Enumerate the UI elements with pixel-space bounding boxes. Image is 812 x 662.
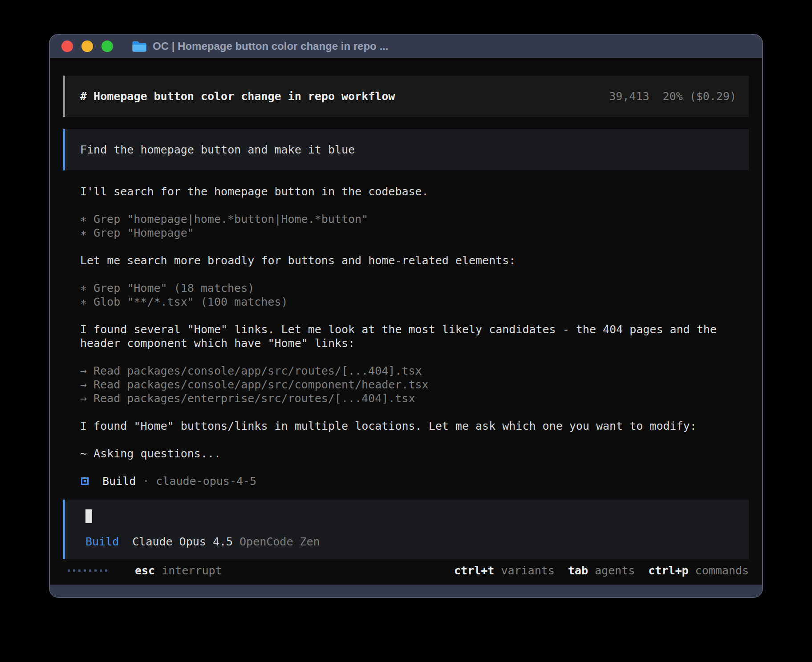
asterisk-icon: ∗ (80, 295, 93, 309)
tool-call-label: Glob "**/*.tsx" (100 matches) (93, 295, 288, 309)
dot-separator: · (142, 474, 149, 488)
shortcut-key: ctrl+p (648, 564, 688, 577)
tool-call-line: ∗Grep "Homepage" (80, 226, 749, 240)
esc-action-label: interrupt (162, 564, 222, 577)
close-button[interactable] (61, 40, 73, 52)
assistant-transcript: I'll search for the homepage button in t… (63, 185, 749, 460)
tool-call-label: Grep "homepage|home.*button|Home.*button… (93, 212, 368, 226)
traffic-lights (61, 40, 113, 52)
assistant-text: Let me search more broadly for buttons a… (80, 254, 738, 267)
minimize-button[interactable] (81, 40, 93, 52)
assistant-text: I'll search for the homepage button in t… (80, 185, 738, 198)
folder-icon (132, 40, 147, 52)
session-stats: 39,41320%($0.29) (609, 89, 736, 103)
spinner-dot (68, 569, 70, 572)
agent-name: Build (102, 474, 136, 488)
tool-call-label: Read packages/enterprise/src/routes/[...… (93, 392, 415, 405)
model-id: claude-opus-4-5 (156, 474, 256, 488)
user-message: Find the homepage button and make it blu… (63, 129, 749, 170)
shortcut-key: tab (568, 564, 588, 577)
esc-key-hint: esc (135, 564, 155, 577)
shortcut-key: ctrl+t (454, 564, 494, 577)
tool-call-group: ∗Grep "homepage|home.*button|Home.*butto… (80, 212, 749, 240)
arrow-right-icon: → (80, 364, 93, 378)
assistant-text: I found "Home" buttons/links in multiple… (80, 419, 738, 433)
spinner-dot (94, 569, 97, 572)
shortcut-label: commands (695, 564, 749, 577)
footer-left: esc interrupt (68, 564, 222, 577)
spinner-dot (89, 569, 91, 572)
tool-call-label: Read packages/console/app/src/component/… (93, 378, 429, 392)
input-model-label[interactable]: Claude Opus 4.5 (132, 535, 233, 549)
tool-call-line: →Read packages/console/app/src/component… (80, 378, 749, 392)
footer-shortcut: ctrl+tvariants (454, 564, 555, 577)
text-cursor (85, 509, 92, 523)
session-header: # Homepage button color change in repo w… (63, 76, 749, 117)
terminal-window: OC | Homepage button color change in rep… (49, 34, 763, 598)
footer-shortcuts: ctrl+tvariantstabagentsctrl+pcommands (441, 564, 749, 577)
tool-call-group: ∗Grep "Home" (18 matches)∗Glob "**/*.tsx… (80, 281, 749, 309)
status-footer: esc interrupt ctrl+tvariantstabagentsctr… (63, 564, 749, 577)
tool-call-line: →Read packages/enterprise/src/routes/[..… (80, 392, 749, 405)
zoom-button[interactable] (102, 40, 113, 52)
window-bottom-strip (50, 585, 762, 597)
input-meta: Build Claude Opus 4.5 OpenCode Zen (85, 535, 736, 549)
spinner-dot (78, 569, 81, 572)
tool-call-line: →Read packages/console/app/src/routes/[.… (80, 364, 749, 378)
context-percent: 20% (662, 90, 682, 103)
user-message-text: Find the homepage button and make it blu… (80, 143, 355, 156)
session-title: # Homepage button color change in repo w… (80, 89, 395, 103)
assistant-text: I found several "Home" links. Let me loo… (80, 323, 738, 350)
asterisk-icon: ∗ (80, 212, 93, 226)
input-agent-label[interactable]: Build (85, 535, 119, 549)
asterisk-icon: ∗ (80, 226, 93, 240)
status-text: ~ Asking questions... (80, 447, 738, 460)
session-cost: ($0.29) (690, 90, 736, 103)
token-count: 39,413 (609, 90, 649, 103)
tool-call-group: →Read packages/console/app/src/routes/[.… (80, 364, 749, 405)
arrow-right-icon: → (80, 378, 93, 392)
arrow-right-icon: → (80, 392, 93, 405)
tool-call-line: ∗Glob "**/*.tsx" (100 matches) (80, 295, 749, 309)
agent-status-line: Build · claude-opus-4-5 (63, 474, 749, 488)
input-provider-label: OpenCode Zen (240, 535, 320, 549)
spinner-dot (84, 569, 86, 572)
tool-call-line: ∗Grep "homepage|home.*button|Home.*butto… (80, 212, 749, 226)
spinner-dots (68, 569, 107, 572)
tool-call-line: ∗Grep "Home" (18 matches) (80, 281, 749, 295)
window-titlebar[interactable]: OC | Homepage button color change in rep… (50, 35, 762, 58)
shortcut-label: agents (595, 564, 635, 577)
tool-call-label: Read packages/console/app/src/routes/[..… (93, 364, 422, 378)
terminal-content: # Homepage button color change in repo w… (50, 58, 762, 585)
title-group: OC | Homepage button color change in rep… (132, 40, 388, 52)
spinner-dot (105, 569, 107, 572)
footer-shortcut: tabagents (568, 564, 635, 577)
asterisk-icon: ∗ (80, 281, 93, 295)
tool-call-label: Grep "Homepage" (93, 226, 194, 240)
tool-call-label: Grep "Home" (18 matches) (93, 281, 254, 295)
window-title: OC | Homepage button color change in rep… (153, 40, 388, 52)
spinner-dot (73, 569, 75, 572)
spinner-dot (100, 569, 102, 572)
prompt-input[interactable]: Build Claude Opus 4.5 OpenCode Zen (63, 500, 749, 559)
build-agent-icon (81, 477, 89, 485)
shortcut-label: variants (501, 564, 554, 577)
footer-shortcut: ctrl+pcommands (648, 564, 749, 577)
